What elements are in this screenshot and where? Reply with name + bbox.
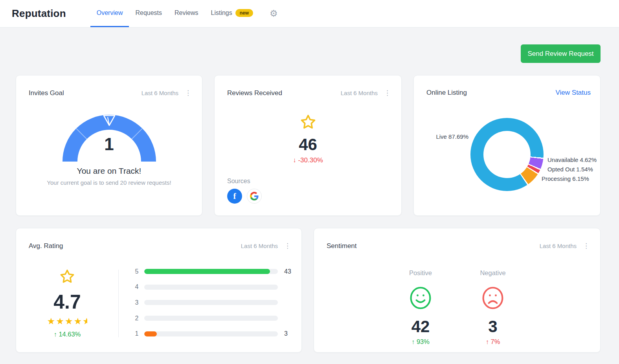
kebab-menu-icon[interactable]: ⋮	[283, 242, 292, 250]
full-star-icon: ★	[74, 316, 83, 326]
rating-bar-row: 13	[132, 326, 293, 342]
donut-hole	[483, 131, 531, 178]
tab-listings-label: Listings	[211, 9, 232, 17]
bar-track	[144, 269, 278, 274]
send-review-request-button[interactable]: Send Review Request	[521, 44, 601, 63]
reputation-dashboard: Reputation Overview Requests Reviews Lis…	[0, 0, 619, 364]
negative-label: Negative	[461, 269, 524, 277]
bar-category-label: 5	[132, 268, 141, 275]
kebab-menu-icon[interactable]: ⋮	[582, 242, 591, 250]
donut-label-processing: Processing 6.15%	[542, 175, 589, 182]
half-star-icon: ★	[83, 317, 87, 326]
avg-rating-card: Avg. Rating Last 6 Months ⋮ 4.7 ★★★★★ ↑ …	[16, 228, 302, 353]
google-g-logo	[250, 192, 259, 200]
new-badge: new	[235, 9, 253, 17]
reviews-count: 46	[215, 135, 401, 154]
page-title: Reputation	[12, 7, 66, 20]
tab-overview[interactable]: Overview	[90, 0, 129, 27]
donut-label-unavailable: Unavailable 4.62%	[547, 156, 597, 163]
rating-bar-row: 543	[132, 264, 293, 279]
rating-bar-row: 2	[132, 311, 293, 326]
tab-listings[interactable]: Listings new	[205, 0, 260, 27]
google-icon[interactable]	[247, 189, 262, 204]
listing-status-donut-chart	[470, 118, 544, 191]
view-status-link[interactable]: View Status	[556, 89, 591, 97]
bar-fill	[144, 269, 270, 274]
star-outline-icon	[59, 268, 75, 284]
positive-count: 42	[389, 317, 452, 336]
invites-goal-card: Invites Goal Last 6 Months ⋮ 1 You are o…	[16, 75, 202, 216]
bar-category-label: 3	[132, 299, 141, 306]
facebook-icon[interactable]: f	[227, 189, 242, 204]
avg-rating-change: ↑ 14.63%	[32, 331, 103, 338]
gear-icon[interactable]: ⚙	[270, 9, 278, 18]
star-rating-row: ★★★★★	[32, 317, 103, 326]
positive-label: Positive	[389, 269, 452, 277]
card-title: Sentiment	[327, 242, 357, 250]
rating-distribution-chart: 54343213	[132, 264, 293, 342]
bar-track	[144, 316, 278, 321]
bar-value-label: 3	[284, 330, 288, 337]
period-label: Last 6 Months	[341, 90, 378, 96]
bar-track	[144, 285, 278, 290]
kebab-menu-icon[interactable]: ⋮	[383, 89, 392, 97]
donut-label-live: Live 87.69%	[436, 133, 468, 140]
happy-face-icon	[409, 286, 432, 310]
donut-label-opted-out: Opted Out 1.54%	[547, 166, 593, 173]
avg-rating-value: 4.7	[32, 291, 103, 313]
tab-overview-label: Overview	[97, 9, 123, 17]
goal-status-text: You are on Track!	[16, 166, 202, 176]
bar-category-label: 4	[132, 283, 141, 290]
reviews-received-card: Reviews Received Last 6 Months ⋮ 46 ↓ -3…	[214, 75, 402, 216]
goal-subtext: Your current goal is to send 20 review r…	[16, 179, 202, 186]
sources-row: f	[227, 189, 262, 204]
period-label: Last 6 Months	[540, 243, 577, 249]
nav-tabs: Overview Requests Reviews Listings new ⚙	[90, 0, 278, 27]
sources-label: Sources	[227, 178, 250, 185]
negative-change: ↑ 7%	[461, 338, 524, 346]
online-listing-card: Online Listing View Status Live 87.69% U…	[413, 75, 601, 216]
rating-bar-row: 3	[132, 295, 293, 311]
full-star-icon: ★	[56, 316, 65, 326]
bar-fill	[144, 331, 157, 336]
bar-track	[144, 300, 278, 305]
tab-requests[interactable]: Requests	[129, 0, 168, 27]
divider	[118, 270, 119, 337]
avg-rating-summary: 4.7 ★★★★★ ↑ 14.63%	[32, 266, 103, 338]
star-outline-icon	[300, 114, 316, 130]
bar-track	[144, 331, 278, 336]
positive-change: ↑ 93%	[389, 338, 452, 346]
reviews-change: ↓ -30.30%	[215, 156, 401, 164]
card-title: Reviews Received	[227, 89, 282, 97]
tab-reviews[interactable]: Reviews	[168, 0, 204, 27]
card-title: Avg. Rating	[29, 242, 63, 250]
invites-sent-value: 1	[16, 134, 202, 154]
bar-category-label: 2	[132, 315, 141, 322]
top-navigation: Reputation Overview Requests Reviews Lis…	[0, 0, 619, 28]
tab-requests-label: Requests	[135, 9, 162, 17]
full-star-icon: ★	[65, 316, 74, 326]
card-title: Online Listing	[426, 89, 467, 97]
sad-face-icon	[481, 286, 505, 310]
bar-category-label: 1	[132, 330, 141, 337]
full-star-icon: ★	[47, 316, 56, 326]
rating-bar-row: 4	[132, 279, 293, 295]
negative-count: 3	[461, 317, 524, 336]
tab-reviews-label: Reviews	[174, 9, 198, 17]
bar-value-label: 43	[284, 268, 291, 275]
period-label: Last 6 Months	[241, 243, 278, 249]
sentiment-card: Sentiment Last 6 Months ⋮ Positive 42 ↑ …	[314, 228, 601, 353]
